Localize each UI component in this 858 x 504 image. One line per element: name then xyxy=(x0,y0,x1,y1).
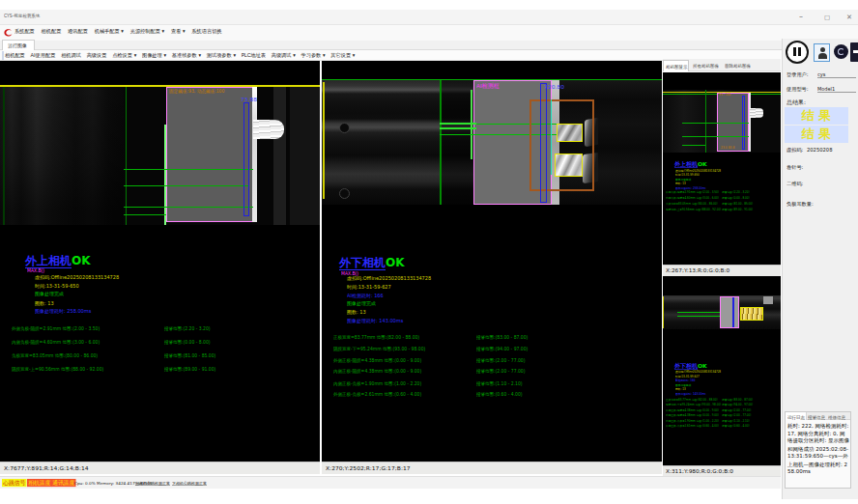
lower-meas-3-left: 外侧正极-隔膜=4.38mm 范围:(0.00 - 9.00) xyxy=(333,357,421,363)
lower-cam-heartbeat-status: 下相机心跳检测正常 xyxy=(172,481,207,487)
lower-meas-3-right: 报警范围:(2.00 - 77.00) xyxy=(476,357,525,363)
preview-lower-name: 外下相机 xyxy=(674,363,698,370)
model-value[interactable]: Model1 xyxy=(817,85,856,93)
menu-item-camera-config[interactable]: 相机配置 xyxy=(42,29,62,35)
lower-info-done: 图像处理完成 xyxy=(347,300,376,307)
tab-detect-rect-1 xyxy=(557,124,583,142)
stop-icon xyxy=(838,48,844,55)
minimize-button[interactable]: – xyxy=(799,13,803,21)
tool-spot-check[interactable]: 点检设置 ▾ xyxy=(112,53,136,59)
lower-camera-image: AI检测框 720.80 xyxy=(322,80,662,205)
lower-meas-6-right: 报警范围:(0.60 - 4.00) xyxy=(476,391,523,397)
tool-advanced-debug[interactable]: 高级调试 ▾ xyxy=(272,53,296,59)
tab-run-image[interactable]: 运行图像 xyxy=(2,40,35,50)
app-logo-icon xyxy=(3,28,14,38)
heartbeat-badge: 心跳信号 xyxy=(2,479,27,487)
tool-camera-debug[interactable]: 相机调试 xyxy=(61,53,81,59)
result-badge-1: 结 果 xyxy=(785,107,848,125)
menu-item-view[interactable]: 查看 ▾ xyxy=(171,29,186,35)
log-tab-alarm[interactable]: 报警信息 xyxy=(808,414,825,420)
lower-meas-2-left: 隔膜宽度-下=95.24mm 范围:(93.00 - 98.00) xyxy=(333,346,425,351)
ai-box-label: AI检测框 xyxy=(476,82,500,90)
user-button[interactable] xyxy=(814,43,830,62)
lower-info-ai: AI检测耗时: 166 xyxy=(347,293,384,299)
upper-cam-heartbeat-status: 上相机心跳检测正常 xyxy=(135,481,170,487)
tool-test-params[interactable]: 测试项参数 ▾ xyxy=(207,53,236,59)
preview-tab-area[interactable]: 面阵相机图像 xyxy=(723,60,754,71)
upper-info-turns: 圈数: 13 xyxy=(35,300,54,307)
log-box: 运行日志 报警信息 维修信息 耗时: 222, 网络检测耗时: 17, 网络分离… xyxy=(785,411,851,489)
menu-item-comm-config[interactable]: 通讯配置 xyxy=(68,29,88,35)
camera-panel-upper: 固定阈值:93, 动态阈值:100 73.88 外上相机OK MAX.B() 虚… xyxy=(0,61,320,462)
tab-strip xyxy=(0,41,858,50)
camera-panel-lower: AI检测框 720.80 外下相机OK MAX.B() 虚拟码:Offline2… xyxy=(322,61,662,462)
tool-baseline-params[interactable]: 基准线参数 ▾ xyxy=(172,53,201,59)
tab-detect-rect-2 xyxy=(555,154,583,177)
lower-meas-4-left: 内侧正极-隔膜=4.38mm 范围:(0.00 - 9.00) xyxy=(333,368,421,374)
lower-meas-4-right: 报警范围:(2.00 - 77.00) xyxy=(476,368,525,374)
lower-info-time: 时间:13-31-59-627 xyxy=(347,284,391,291)
preview-tab-display[interactable]: 相机图显示 xyxy=(663,60,689,71)
log-tab-run[interactable]: 运行日志 xyxy=(787,414,805,420)
tool-camera-config[interactable]: 相机配置 xyxy=(5,53,25,59)
maximize-button[interactable]: ▢ xyxy=(824,14,830,20)
electrode-tab-upper xyxy=(253,120,284,139)
upper-meas-1-left: 外侧负极-隔膜=2.91mm 范围:(2.00 - 3.50) xyxy=(12,325,100,331)
camera-temp-badge: 相机温度 xyxy=(27,479,52,487)
blue-measure-rect-lower xyxy=(540,83,547,203)
anode-tab-count-label: 负极耳数量: xyxy=(786,201,814,208)
upper-meas-4-left: 隔膜宽度-上=90.56mm 范围:(88.00 - 92.00) xyxy=(12,366,103,372)
pause-button[interactable] xyxy=(786,41,809,64)
login-user-value[interactable]: cys xyxy=(817,70,856,78)
bright-edge-strip xyxy=(252,87,257,222)
virtual-code-value: 20250208 xyxy=(807,147,832,153)
result-badge-2: 结 果 xyxy=(785,126,848,143)
lower-info-turns: 圈数: 13 xyxy=(347,309,366,316)
upper-meas-2-left: 内侧负极-隔膜=4.60mm 范围:(3.00 - 6.00) xyxy=(12,339,100,345)
upper-info-done: 图像处理完成 xyxy=(35,291,64,297)
menu-item-language[interactable]: 系统语言切换 xyxy=(191,29,221,35)
tool-other-settings[interactable]: 其它设置 ▾ xyxy=(330,53,355,59)
window-title: CYS-视觉检测系统 xyxy=(4,13,40,18)
stop-button[interactable] xyxy=(834,44,848,59)
threshold-label-upper: 固定阈值:93, 动态阈值:100 xyxy=(169,88,224,94)
menu-item-system-config[interactable]: 系统配置 xyxy=(14,29,35,35)
tool-ai-config[interactable]: AI使用配置 xyxy=(31,53,56,59)
lower-meas-1-left: 正极宽度=83.77mm 范围:(82.00 - 88.00) xyxy=(333,334,419,340)
login-user-label: 登录用户: xyxy=(786,71,809,78)
upper-meas-2-right: 报警范围:(0.00 - 8.00) xyxy=(164,339,211,345)
log-tab-maintenance[interactable]: 维修信息 xyxy=(828,414,845,420)
upper-camera-name: 外上相机 xyxy=(25,254,72,268)
upper-info-elapsed: 图像处理耗时: 258.00ms xyxy=(35,308,91,315)
blue-label-lower: 720.80 xyxy=(544,84,564,91)
upper-meas-3-left: 负极宽度=83.05mm 范围:(80.00 - 86.00) xyxy=(12,352,98,358)
blue-label-upper: 73.88 xyxy=(241,97,257,103)
yellow-vline-lower xyxy=(323,82,325,199)
menu-item-light-config[interactable]: 光源控制配置 ▾ xyxy=(130,29,164,35)
tool-image-processing[interactable]: 图像处理 ▾ xyxy=(142,53,166,59)
tool-advanced-settings[interactable]: 高级设置 xyxy=(87,53,107,59)
exit-button[interactable] xyxy=(850,42,858,62)
menu-item-robot-config[interactable]: 机械手配置 ▾ xyxy=(95,29,124,35)
log-text: 耗时: 222, 网络检测耗时: 17, 网络分离耗时: 0, 网络提取分区耗时… xyxy=(787,422,850,476)
lower-camera-ok: OK xyxy=(386,256,405,269)
model-label: 使用型号: xyxy=(786,86,809,93)
upper-camera-sub: MAX.B() xyxy=(27,268,44,273)
upper-info-code: 虚拟码:Offline20250208133134728 xyxy=(35,274,119,281)
upper-info-time: 时间:13-31-59-650 xyxy=(35,283,79,290)
app-statusbar: 心跳信号 相机温度 通讯温度 Cpu: 0.0% Memory: 3424.41… xyxy=(0,476,781,489)
product-region-upper xyxy=(166,87,253,222)
measure-line-green-left xyxy=(3,87,5,225)
sidebar: 登录用户: cys 使用型号: Model1 总结果: 结 果 结 果 虚拟码:… xyxy=(782,39,858,499)
upper-camera-ok: OK xyxy=(72,254,91,267)
upper-meas-4-right: 报警范围:(89.00 - 91.00) xyxy=(164,366,215,372)
lower-meas-1-right: 报警范围:(83.00 - 87.00) xyxy=(476,334,528,340)
upper-camera-statusbar: X:7677;Y:891;R:14;G:14;B:14 xyxy=(0,462,320,474)
winding-pin-label: 卷针号: xyxy=(786,164,803,171)
lower-camera-statusbar: X:270;Y:2502;R:17;G:17;B:17 xyxy=(322,462,662,474)
preview-panel-upper: 93 : 100 23.0 83.8 外上相机OK 虚拟码:Offline202… xyxy=(663,72,781,265)
tool-learning-params[interactable]: 学习参数 ▾ xyxy=(300,53,325,59)
preview-tab-all[interactable]: 所有相机图像 xyxy=(691,60,721,71)
close-button[interactable]: ✕ xyxy=(846,14,852,21)
tool-plc-address[interactable]: PLC地址表 xyxy=(242,53,266,59)
